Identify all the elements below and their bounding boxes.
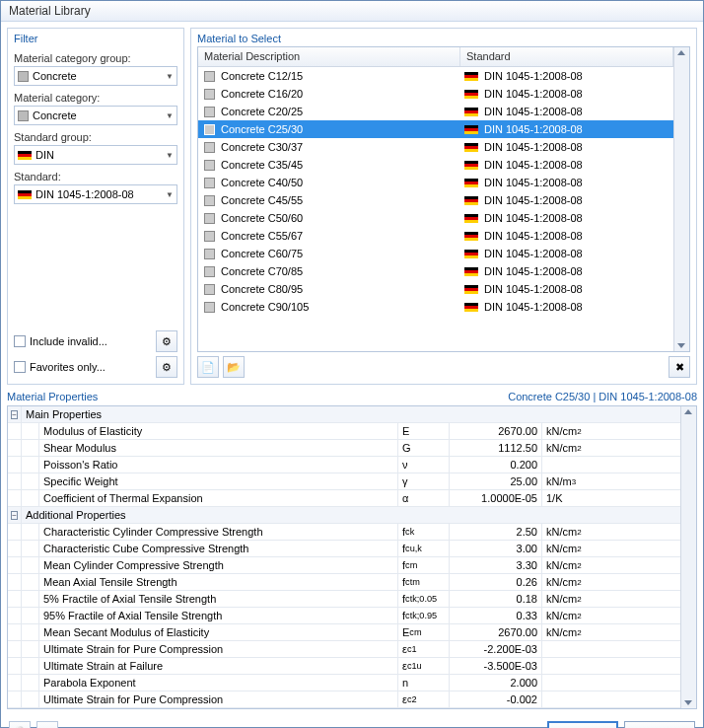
material-row[interactable]: Concrete C40/50DIN 1045-1:2008-08 (198, 174, 673, 191)
property-row[interactable]: Poisson's Ratioν0.200 (8, 457, 680, 473)
property-row[interactable]: Mean Cylinder Compressive Strengthfcm3.3… (8, 557, 680, 574)
material-row[interactable]: Concrete C30/37DIN 1045-1:2008-08 (198, 138, 673, 156)
property-row[interactable]: 5% Fractile of Axial Tensile Strengthfct… (8, 591, 680, 608)
property-row[interactable]: Characteristic Cylinder Compressive Stre… (8, 524, 680, 541)
material-row[interactable]: Concrete C16/20DIN 1045-1:2008-08 (198, 85, 673, 103)
material-standard: DIN 1045-1:2008-08 (484, 70, 583, 82)
cancel-button[interactable]: Cancel (624, 721, 695, 728)
property-row[interactable]: Shear ModulusG1112.50kN/cm2 (8, 440, 680, 457)
material-row[interactable]: Concrete C25/30DIN 1045-1:2008-08 (198, 120, 673, 138)
flag-de-icon (464, 196, 478, 205)
checkbox-include-invalid[interactable] (14, 335, 26, 347)
label-favorites-only: Favorites only... (30, 361, 106, 373)
ok-button[interactable]: OK (547, 721, 618, 728)
property-row[interactable]: Modulus of ElasticityE2670.00kN/cm2 (8, 423, 680, 440)
vertical-scrollbar[interactable] (673, 47, 689, 351)
material-row[interactable]: Concrete C50/60DIN 1045-1:2008-08 (198, 209, 673, 227)
property-row[interactable]: Ultimate Strain for Pure Compressionεc2-… (8, 692, 680, 708)
material-grid: Material Description Standard Concrete C… (197, 46, 690, 352)
material-row[interactable]: Concrete C60/75DIN 1045-1:2008-08 (198, 245, 673, 262)
gear-icon: ⚙ (162, 361, 172, 374)
flag-de-icon (464, 303, 478, 312)
material-description: Concrete C55/67 (221, 230, 303, 242)
combo-standard[interactable]: DIN 1045-1:2008-08 ▼ (14, 184, 177, 204)
flag-de-icon (464, 232, 478, 241)
material-standard: DIN 1045-1:2008-08 (484, 141, 583, 153)
combo-category[interactable]: Concrete ▼ (14, 106, 177, 125)
header-standard[interactable]: Standard (460, 47, 673, 66)
property-name: Mean Axial Tensile Strength (39, 574, 398, 590)
material-swatch-icon (204, 284, 215, 295)
combo-standard-group-value: DIN (35, 149, 54, 161)
material-row[interactable]: Concrete C12/15DIN 1045-1:2008-08 (198, 67, 673, 85)
material-row[interactable]: Concrete C20/25DIN 1045-1:2008-08 (198, 103, 673, 120)
material-row[interactable]: Concrete C90/105DIN 1045-1:2008-08 (198, 298, 673, 316)
property-symbol: ν (398, 457, 450, 473)
property-value: 2670.00 (450, 423, 542, 439)
flag-de-icon (464, 285, 478, 294)
material-description: Concrete C60/75 (221, 248, 303, 259)
combo-category-group[interactable]: Concrete ▼ (14, 66, 177, 86)
help-button[interactable]: ❔ (9, 721, 31, 728)
new-file-icon: 📄 (201, 361, 215, 374)
property-symbol: εc1 (398, 641, 450, 657)
property-group-header[interactable]: −Additional Properties (8, 507, 680, 524)
property-row[interactable]: Ultimate Strain for Pure Compressionεc1-… (8, 641, 680, 658)
new-material-button[interactable]: 📄 (197, 356, 219, 378)
include-invalid-settings-button[interactable]: ⚙ (156, 330, 177, 352)
chevron-down-icon: ▼ (166, 151, 174, 160)
material-row[interactable]: Concrete C80/95DIN 1045-1:2008-08 (198, 280, 673, 298)
property-name: Coefficient of Thermal Expansion (39, 490, 398, 506)
flag-de-icon (464, 108, 478, 116)
property-row[interactable]: 95% Fractile of Axial Tensile Strengthfc… (8, 608, 680, 624)
material-row[interactable]: Concrete C35/45DIN 1045-1:2008-08 (198, 156, 673, 174)
material-description: Concrete C30/37 (221, 141, 303, 153)
property-unit: kN/cm2 (542, 608, 680, 623)
property-group-header[interactable]: −Main Properties (8, 406, 680, 423)
vertical-scrollbar[interactable] (680, 406, 696, 708)
property-row[interactable]: Mean Axial Tensile Strengthfctm0.26kN/cm… (8, 574, 680, 591)
property-symbol: εc1u (398, 658, 450, 674)
units-button[interactable]: 0.00 (36, 721, 58, 728)
header-description[interactable]: Material Description (198, 47, 460, 66)
open-library-button[interactable]: 📂 (223, 356, 245, 378)
material-row[interactable]: Concrete C70/85DIN 1045-1:2008-08 (198, 262, 673, 280)
property-row[interactable]: Ultimate Strain at Failureεc1u-3.500E-03 (8, 658, 680, 675)
property-symbol: G (398, 440, 450, 456)
property-group-name: Main Properties (22, 406, 680, 422)
property-row[interactable]: Mean Secant Modulus of ElasticityEcm2670… (8, 624, 680, 641)
property-unit (542, 658, 680, 674)
property-value: 2670.00 (450, 624, 542, 640)
material-swatch-icon (204, 266, 215, 277)
material-swatch-icon (204, 302, 215, 313)
combo-standard-group[interactable]: DIN ▼ (14, 145, 177, 165)
property-symbol: E (398, 423, 450, 439)
delete-icon: ✖ (675, 361, 684, 374)
property-name: Mean Secant Modulus of Elasticity (39, 624, 398, 640)
property-row[interactable]: Coefficient of Thermal Expansionα1.0000E… (8, 490, 680, 507)
property-unit: kN/cm2 (542, 423, 680, 439)
flag-de-icon (18, 151, 32, 160)
properties-context: Concrete C25/30 | DIN 1045-1:2008-08 (508, 391, 697, 402)
property-unit (542, 675, 680, 691)
property-value: 1.0000E-05 (450, 490, 542, 506)
material-swatch-icon (204, 124, 215, 135)
delete-material-button[interactable]: ✖ (669, 356, 690, 378)
property-unit: kN/cm2 (542, 440, 680, 456)
material-description: Concrete C90/105 (221, 301, 309, 313)
material-standard: DIN 1045-1:2008-08 (484, 265, 583, 277)
property-row[interactable]: Parabola Exponentn2.000 (8, 675, 680, 692)
property-row[interactable]: Characteristic Cube Compressive Strength… (8, 541, 680, 557)
property-symbol: n (398, 675, 450, 691)
dialog-footer: ❔ 0.00 OK Cancel (7, 713, 697, 728)
combo-category-group-value: Concrete (33, 70, 77, 82)
property-value: 1112.50 (450, 440, 542, 456)
favorites-settings-button[interactable]: ⚙ (156, 356, 177, 378)
checkbox-favorites-only[interactable] (14, 361, 26, 373)
material-standard: DIN 1045-1:2008-08 (484, 283, 583, 295)
material-row[interactable]: Concrete C55/67DIN 1045-1:2008-08 (198, 227, 673, 245)
property-row[interactable]: Specific Weightγ25.00kN/m3 (8, 473, 680, 490)
material-row[interactable]: Concrete C45/55DIN 1045-1:2008-08 (198, 191, 673, 209)
property-unit: kN/cm2 (542, 574, 680, 590)
flag-de-icon (464, 72, 478, 81)
